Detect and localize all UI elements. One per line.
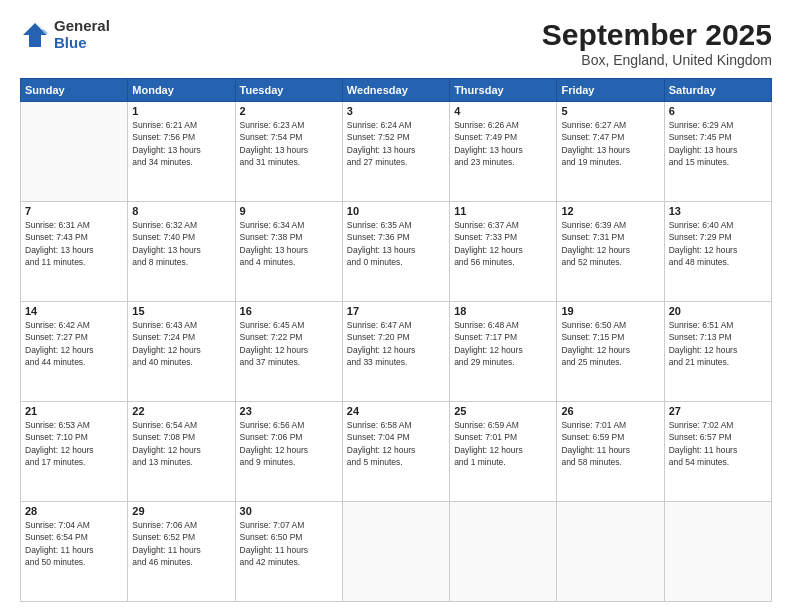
day-number: 17 xyxy=(347,305,445,317)
day-number: 21 xyxy=(25,405,123,417)
logo-general: General xyxy=(54,18,110,35)
day-number: 29 xyxy=(132,505,230,517)
calendar-cell: 20Sunrise: 6:51 AM Sunset: 7:13 PM Dayli… xyxy=(664,302,771,402)
calendar-cell: 15Sunrise: 6:43 AM Sunset: 7:24 PM Dayli… xyxy=(128,302,235,402)
calendar-cell xyxy=(557,502,664,602)
header: General Blue September 2025 Box, England… xyxy=(20,18,772,68)
calendar-cell: 25Sunrise: 6:59 AM Sunset: 7:01 PM Dayli… xyxy=(450,402,557,502)
day-number: 25 xyxy=(454,405,552,417)
calendar-cell: 26Sunrise: 7:01 AM Sunset: 6:59 PM Dayli… xyxy=(557,402,664,502)
day-number: 7 xyxy=(25,205,123,217)
day-info: Sunrise: 6:48 AM Sunset: 7:17 PM Dayligh… xyxy=(454,319,552,368)
day-info: Sunrise: 6:39 AM Sunset: 7:31 PM Dayligh… xyxy=(561,219,659,268)
day-number: 30 xyxy=(240,505,338,517)
day-info: Sunrise: 6:24 AM Sunset: 7:52 PM Dayligh… xyxy=(347,119,445,168)
day-info: Sunrise: 6:27 AM Sunset: 7:47 PM Dayligh… xyxy=(561,119,659,168)
col-tuesday: Tuesday xyxy=(235,79,342,102)
calendar-cell: 3Sunrise: 6:24 AM Sunset: 7:52 PM Daylig… xyxy=(342,102,449,202)
day-number: 4 xyxy=(454,105,552,117)
day-info: Sunrise: 6:45 AM Sunset: 7:22 PM Dayligh… xyxy=(240,319,338,368)
week-row-3: 21Sunrise: 6:53 AM Sunset: 7:10 PM Dayli… xyxy=(21,402,772,502)
calendar-table: Sunday Monday Tuesday Wednesday Thursday… xyxy=(20,78,772,602)
calendar-cell: 18Sunrise: 6:48 AM Sunset: 7:17 PM Dayli… xyxy=(450,302,557,402)
day-number: 14 xyxy=(25,305,123,317)
calendar-cell: 16Sunrise: 6:45 AM Sunset: 7:22 PM Dayli… xyxy=(235,302,342,402)
week-row-4: 28Sunrise: 7:04 AM Sunset: 6:54 PM Dayli… xyxy=(21,502,772,602)
calendar-cell xyxy=(664,502,771,602)
calendar-cell xyxy=(450,502,557,602)
calendar-cell: 24Sunrise: 6:58 AM Sunset: 7:04 PM Dayli… xyxy=(342,402,449,502)
calendar-cell xyxy=(342,502,449,602)
calendar-cell: 7Sunrise: 6:31 AM Sunset: 7:43 PM Daylig… xyxy=(21,202,128,302)
day-info: Sunrise: 6:21 AM Sunset: 7:56 PM Dayligh… xyxy=(132,119,230,168)
week-row-2: 14Sunrise: 6:42 AM Sunset: 7:27 PM Dayli… xyxy=(21,302,772,402)
day-number: 26 xyxy=(561,405,659,417)
day-info: Sunrise: 6:54 AM Sunset: 7:08 PM Dayligh… xyxy=(132,419,230,468)
day-info: Sunrise: 7:07 AM Sunset: 6:50 PM Dayligh… xyxy=(240,519,338,568)
calendar-cell xyxy=(21,102,128,202)
day-number: 15 xyxy=(132,305,230,317)
day-number: 10 xyxy=(347,205,445,217)
day-info: Sunrise: 6:56 AM Sunset: 7:06 PM Dayligh… xyxy=(240,419,338,468)
calendar-cell: 9Sunrise: 6:34 AM Sunset: 7:38 PM Daylig… xyxy=(235,202,342,302)
day-info: Sunrise: 6:50 AM Sunset: 7:15 PM Dayligh… xyxy=(561,319,659,368)
day-info: Sunrise: 6:26 AM Sunset: 7:49 PM Dayligh… xyxy=(454,119,552,168)
calendar-cell: 10Sunrise: 6:35 AM Sunset: 7:36 PM Dayli… xyxy=(342,202,449,302)
calendar-cell: 2Sunrise: 6:23 AM Sunset: 7:54 PM Daylig… xyxy=(235,102,342,202)
calendar-cell: 19Sunrise: 6:50 AM Sunset: 7:15 PM Dayli… xyxy=(557,302,664,402)
calendar-cell: 28Sunrise: 7:04 AM Sunset: 6:54 PM Dayli… xyxy=(21,502,128,602)
day-number: 12 xyxy=(561,205,659,217)
day-info: Sunrise: 6:29 AM Sunset: 7:45 PM Dayligh… xyxy=(669,119,767,168)
day-number: 8 xyxy=(132,205,230,217)
day-info: Sunrise: 7:04 AM Sunset: 6:54 PM Dayligh… xyxy=(25,519,123,568)
calendar-cell: 1Sunrise: 6:21 AM Sunset: 7:56 PM Daylig… xyxy=(128,102,235,202)
col-friday: Friday xyxy=(557,79,664,102)
logo-text: General Blue xyxy=(54,18,110,51)
calendar-cell: 11Sunrise: 6:37 AM Sunset: 7:33 PM Dayli… xyxy=(450,202,557,302)
calendar-cell: 5Sunrise: 6:27 AM Sunset: 7:47 PM Daylig… xyxy=(557,102,664,202)
week-row-0: 1Sunrise: 6:21 AM Sunset: 7:56 PM Daylig… xyxy=(21,102,772,202)
day-number: 27 xyxy=(669,405,767,417)
calendar-cell: 21Sunrise: 6:53 AM Sunset: 7:10 PM Dayli… xyxy=(21,402,128,502)
day-number: 20 xyxy=(669,305,767,317)
col-monday: Monday xyxy=(128,79,235,102)
day-number: 2 xyxy=(240,105,338,117)
calendar-cell: 14Sunrise: 6:42 AM Sunset: 7:27 PM Dayli… xyxy=(21,302,128,402)
calendar-cell: 23Sunrise: 6:56 AM Sunset: 7:06 PM Dayli… xyxy=(235,402,342,502)
logo: General Blue xyxy=(20,18,110,51)
day-info: Sunrise: 7:02 AM Sunset: 6:57 PM Dayligh… xyxy=(669,419,767,468)
day-number: 24 xyxy=(347,405,445,417)
calendar-cell: 4Sunrise: 6:26 AM Sunset: 7:49 PM Daylig… xyxy=(450,102,557,202)
svg-marker-0 xyxy=(23,23,47,47)
day-number: 5 xyxy=(561,105,659,117)
day-number: 23 xyxy=(240,405,338,417)
day-number: 28 xyxy=(25,505,123,517)
day-number: 18 xyxy=(454,305,552,317)
month-title: September 2025 xyxy=(542,18,772,52)
title-block: September 2025 Box, England, United King… xyxy=(542,18,772,68)
day-info: Sunrise: 6:43 AM Sunset: 7:24 PM Dayligh… xyxy=(132,319,230,368)
day-number: 19 xyxy=(561,305,659,317)
calendar-cell: 27Sunrise: 7:02 AM Sunset: 6:57 PM Dayli… xyxy=(664,402,771,502)
page: General Blue September 2025 Box, England… xyxy=(0,0,792,612)
day-info: Sunrise: 6:53 AM Sunset: 7:10 PM Dayligh… xyxy=(25,419,123,468)
calendar-cell: 6Sunrise: 6:29 AM Sunset: 7:45 PM Daylig… xyxy=(664,102,771,202)
day-number: 16 xyxy=(240,305,338,317)
day-info: Sunrise: 6:42 AM Sunset: 7:27 PM Dayligh… xyxy=(25,319,123,368)
header-row: Sunday Monday Tuesday Wednesday Thursday… xyxy=(21,79,772,102)
col-sunday: Sunday xyxy=(21,79,128,102)
calendar-cell: 22Sunrise: 6:54 AM Sunset: 7:08 PM Dayli… xyxy=(128,402,235,502)
day-info: Sunrise: 6:23 AM Sunset: 7:54 PM Dayligh… xyxy=(240,119,338,168)
day-info: Sunrise: 6:34 AM Sunset: 7:38 PM Dayligh… xyxy=(240,219,338,268)
day-info: Sunrise: 6:58 AM Sunset: 7:04 PM Dayligh… xyxy=(347,419,445,468)
calendar-cell: 8Sunrise: 6:32 AM Sunset: 7:40 PM Daylig… xyxy=(128,202,235,302)
day-info: Sunrise: 6:31 AM Sunset: 7:43 PM Dayligh… xyxy=(25,219,123,268)
col-saturday: Saturday xyxy=(664,79,771,102)
day-info: Sunrise: 6:35 AM Sunset: 7:36 PM Dayligh… xyxy=(347,219,445,268)
day-info: Sunrise: 6:32 AM Sunset: 7:40 PM Dayligh… xyxy=(132,219,230,268)
day-info: Sunrise: 6:40 AM Sunset: 7:29 PM Dayligh… xyxy=(669,219,767,268)
day-number: 22 xyxy=(132,405,230,417)
calendar-cell: 17Sunrise: 6:47 AM Sunset: 7:20 PM Dayli… xyxy=(342,302,449,402)
calendar-cell: 29Sunrise: 7:06 AM Sunset: 6:52 PM Dayli… xyxy=(128,502,235,602)
day-info: Sunrise: 6:59 AM Sunset: 7:01 PM Dayligh… xyxy=(454,419,552,468)
